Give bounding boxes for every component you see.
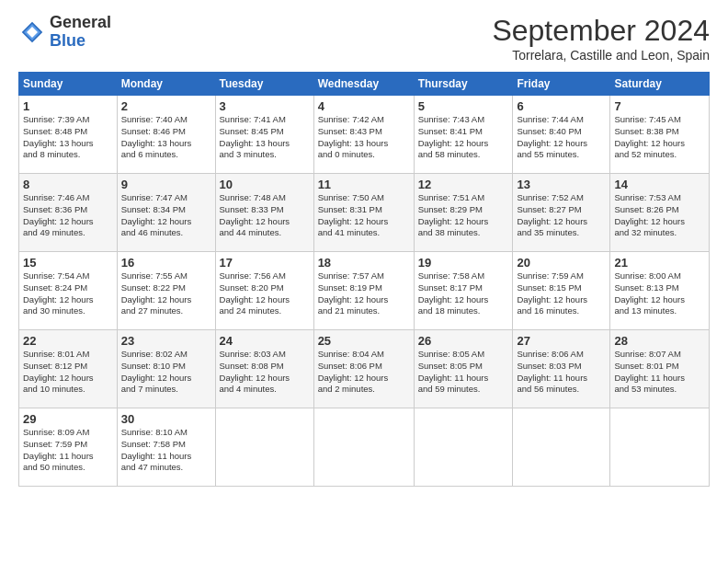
week-row-5: 29Sunrise: 8:09 AM Sunset: 7:59 PM Dayli… bbox=[19, 408, 710, 487]
day-number: 21 bbox=[614, 256, 705, 270]
day-number: 16 bbox=[121, 256, 211, 270]
day-info: Sunrise: 7:56 AM Sunset: 8:20 PM Dayligh… bbox=[220, 270, 310, 317]
day-cell-18: 18Sunrise: 7:57 AM Sunset: 8:19 PM Dayli… bbox=[313, 252, 414, 330]
location: Torrelara, Castille and Leon, Spain bbox=[492, 48, 710, 63]
day-info: Sunrise: 7:41 AM Sunset: 8:45 PM Dayligh… bbox=[220, 114, 310, 161]
day-cell-7: 7Sunrise: 7:45 AM Sunset: 8:38 PM Daylig… bbox=[610, 96, 710, 174]
day-number: 23 bbox=[121, 334, 211, 348]
day-info: Sunrise: 7:53 AM Sunset: 8:26 PM Dayligh… bbox=[614, 192, 705, 239]
day-number: 3 bbox=[220, 99, 310, 113]
week-row-2: 8Sunrise: 7:46 AM Sunset: 8:36 PM Daylig… bbox=[19, 174, 710, 252]
day-cell-19: 19Sunrise: 7:58 AM Sunset: 8:17 PM Dayli… bbox=[414, 252, 513, 330]
day-cell-20: 20Sunrise: 7:59 AM Sunset: 8:15 PM Dayli… bbox=[513, 252, 610, 330]
weekday-header-wednesday: Wednesday bbox=[313, 73, 414, 96]
day-number: 24 bbox=[220, 334, 310, 348]
day-info: Sunrise: 8:02 AM Sunset: 8:10 PM Dayligh… bbox=[121, 349, 211, 396]
day-cell-25: 25Sunrise: 8:04 AM Sunset: 8:06 PM Dayli… bbox=[313, 330, 414, 408]
day-number: 10 bbox=[220, 178, 310, 191]
day-info: Sunrise: 7:40 AM Sunset: 8:46 PM Dayligh… bbox=[121, 114, 211, 161]
day-number: 20 bbox=[517, 256, 606, 270]
day-info: Sunrise: 8:05 AM Sunset: 8:05 PM Dayligh… bbox=[418, 349, 509, 396]
week-row-3: 15Sunrise: 7:54 AM Sunset: 8:24 PM Dayli… bbox=[19, 252, 710, 330]
logo-icon bbox=[18, 18, 46, 46]
empty-cell bbox=[414, 408, 513, 487]
page-header: General Blue September 2024 Torrelara, C… bbox=[18, 14, 710, 63]
day-cell-28: 28Sunrise: 8:07 AM Sunset: 8:01 PM Dayli… bbox=[610, 330, 710, 408]
day-cell-17: 17Sunrise: 7:56 AM Sunset: 8:20 PM Dayli… bbox=[215, 252, 313, 330]
day-info: Sunrise: 8:09 AM Sunset: 7:59 PM Dayligh… bbox=[23, 427, 113, 474]
title-block: September 2024 Torrelara, Castille and L… bbox=[492, 14, 710, 63]
calendar-page: General Blue September 2024 Torrelara, C… bbox=[0, 0, 728, 563]
day-info: Sunrise: 7:58 AM Sunset: 8:17 PM Dayligh… bbox=[418, 270, 509, 317]
day-cell-3: 3Sunrise: 7:41 AM Sunset: 8:45 PM Daylig… bbox=[215, 96, 313, 174]
empty-cell bbox=[610, 408, 710, 487]
day-info: Sunrise: 7:48 AM Sunset: 8:33 PM Dayligh… bbox=[220, 192, 310, 239]
day-info: Sunrise: 7:55 AM Sunset: 8:22 PM Dayligh… bbox=[121, 270, 211, 317]
day-number: 18 bbox=[318, 256, 410, 270]
day-cell-1: 1Sunrise: 7:39 AM Sunset: 8:48 PM Daylig… bbox=[19, 96, 118, 174]
day-info: Sunrise: 7:43 AM Sunset: 8:41 PM Dayligh… bbox=[418, 114, 509, 161]
day-number: 30 bbox=[121, 412, 211, 426]
day-info: Sunrise: 8:01 AM Sunset: 8:12 PM Dayligh… bbox=[23, 349, 113, 396]
day-number: 9 bbox=[121, 178, 211, 191]
day-number: 19 bbox=[418, 256, 509, 270]
empty-cell bbox=[313, 408, 414, 487]
day-info: Sunrise: 8:10 AM Sunset: 7:58 PM Dayligh… bbox=[121, 427, 211, 474]
day-info: Sunrise: 7:39 AM Sunset: 8:48 PM Dayligh… bbox=[23, 114, 113, 161]
weekday-header-saturday: Saturday bbox=[610, 73, 710, 96]
logo-text: General Blue bbox=[50, 14, 111, 51]
day-cell-2: 2Sunrise: 7:40 AM Sunset: 8:46 PM Daylig… bbox=[117, 96, 215, 174]
day-cell-10: 10Sunrise: 7:48 AM Sunset: 8:33 PM Dayli… bbox=[215, 174, 313, 252]
day-info: Sunrise: 8:07 AM Sunset: 8:01 PM Dayligh… bbox=[614, 349, 705, 396]
day-info: Sunrise: 8:06 AM Sunset: 8:03 PM Dayligh… bbox=[517, 349, 606, 396]
day-info: Sunrise: 7:59 AM Sunset: 8:15 PM Dayligh… bbox=[517, 270, 606, 317]
day-info: Sunrise: 7:51 AM Sunset: 8:29 PM Dayligh… bbox=[418, 192, 509, 239]
calendar-table: SundayMondayTuesdayWednesdayThursdayFrid… bbox=[18, 72, 710, 487]
day-number: 4 bbox=[318, 99, 410, 113]
empty-cell bbox=[215, 408, 313, 487]
day-cell-5: 5Sunrise: 7:43 AM Sunset: 8:41 PM Daylig… bbox=[414, 96, 513, 174]
day-number: 5 bbox=[418, 99, 509, 113]
day-number: 11 bbox=[318, 178, 410, 191]
day-cell-8: 8Sunrise: 7:46 AM Sunset: 8:36 PM Daylig… bbox=[19, 174, 118, 252]
day-number: 28 bbox=[614, 334, 705, 348]
day-info: Sunrise: 8:04 AM Sunset: 8:06 PM Dayligh… bbox=[318, 349, 410, 396]
day-number: 7 bbox=[614, 99, 705, 113]
weekday-header-thursday: Thursday bbox=[414, 73, 513, 96]
day-cell-11: 11Sunrise: 7:50 AM Sunset: 8:31 PM Dayli… bbox=[313, 174, 414, 252]
day-number: 2 bbox=[121, 99, 211, 113]
day-number: 13 bbox=[517, 178, 606, 191]
day-number: 25 bbox=[318, 334, 410, 348]
day-info: Sunrise: 7:50 AM Sunset: 8:31 PM Dayligh… bbox=[318, 192, 410, 239]
day-number: 22 bbox=[23, 334, 113, 348]
day-cell-13: 13Sunrise: 7:52 AM Sunset: 8:27 PM Dayli… bbox=[513, 174, 610, 252]
month-title: September 2024 bbox=[492, 14, 710, 48]
day-number: 8 bbox=[23, 178, 113, 191]
weekday-header-friday: Friday bbox=[513, 73, 610, 96]
empty-cell bbox=[513, 408, 610, 487]
day-info: Sunrise: 7:54 AM Sunset: 8:24 PM Dayligh… bbox=[23, 270, 113, 317]
week-row-1: 1Sunrise: 7:39 AM Sunset: 8:48 PM Daylig… bbox=[19, 96, 710, 174]
day-cell-21: 21Sunrise: 8:00 AM Sunset: 8:13 PM Dayli… bbox=[610, 252, 710, 330]
day-info: Sunrise: 7:44 AM Sunset: 8:40 PM Dayligh… bbox=[517, 114, 606, 161]
day-number: 26 bbox=[418, 334, 509, 348]
day-cell-30: 30Sunrise: 8:10 AM Sunset: 7:58 PM Dayli… bbox=[117, 408, 215, 487]
day-cell-22: 22Sunrise: 8:01 AM Sunset: 8:12 PM Dayli… bbox=[19, 330, 118, 408]
day-info: Sunrise: 7:52 AM Sunset: 8:27 PM Dayligh… bbox=[517, 192, 606, 239]
weekday-header-row: SundayMondayTuesdayWednesdayThursdayFrid… bbox=[19, 73, 710, 96]
day-cell-16: 16Sunrise: 7:55 AM Sunset: 8:22 PM Dayli… bbox=[117, 252, 215, 330]
day-number: 6 bbox=[517, 99, 606, 113]
day-info: Sunrise: 7:47 AM Sunset: 8:34 PM Dayligh… bbox=[121, 192, 211, 239]
day-cell-9: 9Sunrise: 7:47 AM Sunset: 8:34 PM Daylig… bbox=[117, 174, 215, 252]
day-number: 1 bbox=[23, 99, 113, 113]
day-info: Sunrise: 7:45 AM Sunset: 8:38 PM Dayligh… bbox=[614, 114, 705, 161]
day-info: Sunrise: 7:57 AM Sunset: 8:19 PM Dayligh… bbox=[318, 270, 410, 317]
day-cell-6: 6Sunrise: 7:44 AM Sunset: 8:40 PM Daylig… bbox=[513, 96, 610, 174]
day-cell-24: 24Sunrise: 8:03 AM Sunset: 8:08 PM Dayli… bbox=[215, 330, 313, 408]
day-cell-12: 12Sunrise: 7:51 AM Sunset: 8:29 PM Dayli… bbox=[414, 174, 513, 252]
day-cell-29: 29Sunrise: 8:09 AM Sunset: 7:59 PM Dayli… bbox=[19, 408, 118, 487]
day-number: 17 bbox=[220, 256, 310, 270]
week-row-4: 22Sunrise: 8:01 AM Sunset: 8:12 PM Dayli… bbox=[19, 330, 710, 408]
day-cell-4: 4Sunrise: 7:42 AM Sunset: 8:43 PM Daylig… bbox=[313, 96, 414, 174]
day-number: 15 bbox=[23, 256, 113, 270]
